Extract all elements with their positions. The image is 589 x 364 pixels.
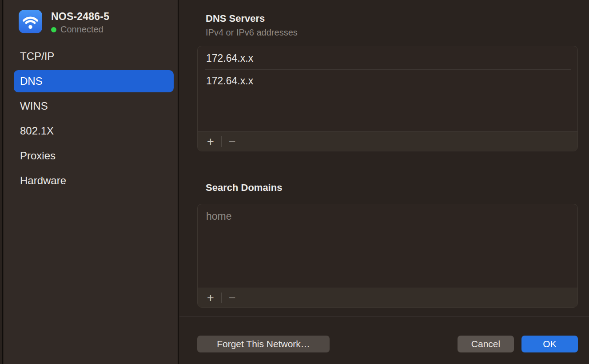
search-domains-title: Search Domains <box>206 182 282 194</box>
search-domains-rows: home <box>198 204 577 227</box>
sidebar-item-8021x[interactable]: 802.1X <box>14 120 174 142</box>
dns-servers-subtitle: IPv4 or IPv6 addresses <box>206 28 298 38</box>
connection-status-label: Connected <box>60 24 103 35</box>
connection-header: NOS-2486-5 Connected <box>19 10 109 35</box>
actions-divider <box>179 317 589 317</box>
sidebar-nav: TCP/IP DNS WINS 802.1X Proxies Hardware <box>14 45 174 194</box>
search-domains-footer: + − <box>198 288 577 307</box>
connection-status: Connected <box>51 24 109 35</box>
footer-separator <box>221 136 222 147</box>
sidebar-item-tcpip[interactable]: TCP/IP <box>14 45 174 67</box>
sidebar-item-wins[interactable]: WINS <box>14 95 174 117</box>
ok-button[interactable]: OK <box>521 336 578 352</box>
dns-servers-rows: 172.64.x.x 172.64.x.x <box>198 46 577 92</box>
network-name: NOS-2486-5 <box>51 11 109 22</box>
dns-server-entry-2[interactable]: 172.64.x.x <box>198 70 577 92</box>
sidebar-item-dns[interactable]: DNS <box>14 70 174 92</box>
search-domain-entry-1[interactable]: home <box>198 205 577 227</box>
search-domains-list: home + − <box>197 204 578 308</box>
dns-servers-list: 172.64.x.x 172.64.x.x + − <box>197 46 578 151</box>
remove-dns-server-button[interactable]: − <box>225 135 239 148</box>
wifi-icon <box>19 10 42 33</box>
dns-server-entry-1[interactable]: 172.64.x.x <box>198 47 577 69</box>
sidebar-item-proxies[interactable]: Proxies <box>14 145 174 167</box>
network-details-sheet: NOS-2486-5 Connected TCP/IP DNS WINS 802… <box>0 0 589 364</box>
footer-separator <box>221 293 222 303</box>
dns-servers-footer: + − <box>198 131 577 151</box>
dns-panel: DNS Servers IPv4 or IPv6 addresses 172.6… <box>179 0 589 364</box>
add-search-domain-button[interactable]: + <box>203 292 218 304</box>
cancel-button[interactable]: Cancel <box>458 336 514 352</box>
remove-search-domain-button[interactable]: − <box>225 292 239 304</box>
connected-dot-icon <box>51 27 56 32</box>
connection-text: NOS-2486-5 Connected <box>51 10 109 35</box>
forget-network-button[interactable]: Forget This Network… <box>197 336 330 352</box>
dns-servers-header: DNS Servers IPv4 or IPv6 addresses <box>206 13 298 38</box>
add-dns-server-button[interactable]: + <box>203 135 218 148</box>
search-domains-header: Search Domains <box>206 182 282 194</box>
sidebar-item-hardware[interactable]: Hardware <box>14 170 174 192</box>
sidebar: NOS-2486-5 Connected TCP/IP DNS WINS 802… <box>4 0 179 364</box>
dns-servers-title: DNS Servers <box>206 13 298 24</box>
background-window-edge <box>0 0 3 364</box>
